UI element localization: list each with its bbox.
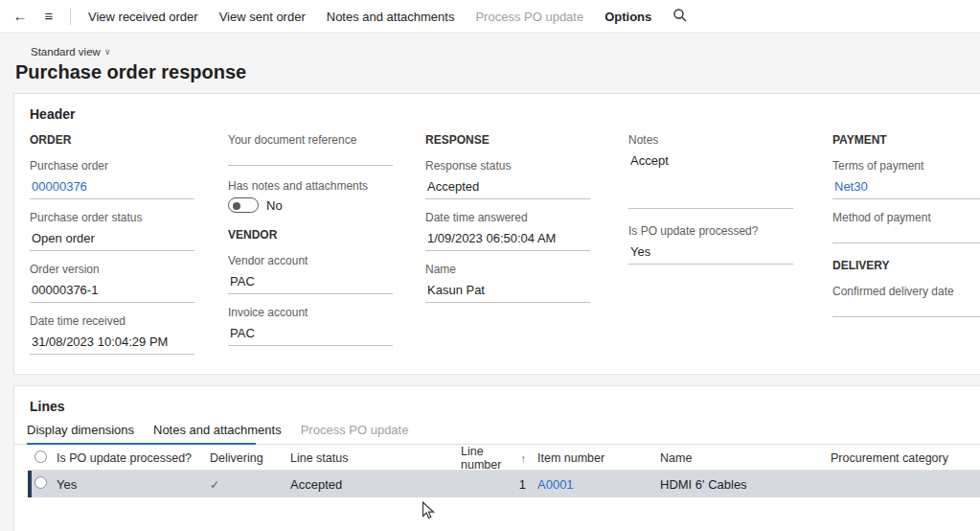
column-header-line-status[interactable]: Line status bbox=[290, 451, 461, 465]
table-row[interactable]: Yes ✓ Accepted 1 A0001 HDMI 6' Cables bbox=[28, 471, 980, 497]
delivering-check-icon: ✓ bbox=[210, 478, 219, 492]
field-value[interactable]: PAC bbox=[228, 272, 393, 294]
field-value[interactable]: 31/08/2023 10:04:29 PM bbox=[30, 333, 194, 355]
field-label: Date time answered bbox=[425, 211, 590, 224]
lines-toolbar: Display dimensions Notes and attachments… bbox=[14, 414, 980, 445]
field-label: Method of payment bbox=[832, 211, 980, 224]
field-label: Response status bbox=[425, 159, 590, 173]
lines-section: Lines Display dimensions Notes and attac… bbox=[13, 385, 980, 531]
cell-line-number: 1 bbox=[461, 477, 537, 492]
field-label: Date time received bbox=[30, 314, 194, 328]
has-notes-toggle[interactable]: No bbox=[228, 197, 283, 213]
column-header-item-number[interactable]: Item number bbox=[537, 451, 660, 465]
notes-and-attachments-button[interactable]: Notes and attachments bbox=[316, 0, 466, 33]
page-title: Purchase order response bbox=[15, 61, 980, 83]
lines-notes-and-attachments-button[interactable]: Notes and attachments bbox=[153, 423, 282, 437]
terms-of-payment-field: Terms of payment Net30 bbox=[832, 159, 980, 199]
field-label: Purchase order bbox=[30, 159, 194, 173]
grid-header-row: Is PO update processed? Delivering Line … bbox=[28, 445, 980, 471]
vendor-group-title: VENDOR bbox=[228, 228, 425, 242]
column-header-name[interactable]: Name bbox=[660, 451, 831, 465]
date-time-received-field: Date time received 31/08/2023 10:04:29 P… bbox=[30, 314, 194, 355]
field-value[interactable] bbox=[832, 229, 980, 243]
field-label: Name bbox=[425, 263, 590, 276]
field-value[interactable] bbox=[832, 303, 980, 317]
toolbar-active-underline bbox=[27, 443, 256, 445]
field-label: Purchase order status bbox=[30, 211, 194, 224]
field-label: Vendor account bbox=[228, 254, 393, 267]
column-header-procurement-category[interactable]: Procurement category bbox=[831, 451, 980, 465]
view-sent-order-button[interactable]: View sent order bbox=[209, 0, 316, 33]
column-header-delivering[interactable]: Delivering bbox=[210, 451, 290, 465]
view-selector[interactable]: Standard view ∨ bbox=[15, 46, 110, 58]
process-po-update-button: Process PO update bbox=[465, 0, 594, 33]
payment-group-title: PAYMENT bbox=[832, 133, 980, 147]
field-value[interactable]: PAC bbox=[228, 324, 393, 346]
field-label: Confirmed delivery date bbox=[832, 285, 980, 298]
lines-grid: Is PO update processed? Delivering Line … bbox=[28, 445, 980, 497]
search-icon[interactable] bbox=[666, 2, 695, 31]
field-value[interactable] bbox=[228, 151, 393, 166]
order-group-title: ORDER bbox=[30, 133, 228, 147]
notes-field: Notes Accept bbox=[628, 133, 793, 209]
lines-process-po-update-button: Process PO update bbox=[301, 423, 409, 437]
cell-item-number-link[interactable]: A0001 bbox=[537, 477, 660, 492]
display-dimensions-button[interactable]: Display dimensions bbox=[27, 423, 134, 437]
cell-po-update: Yes bbox=[57, 477, 210, 492]
method-of-payment-field: Method of payment bbox=[832, 211, 980, 243]
notes-textarea[interactable]: Accept bbox=[628, 151, 793, 209]
field-label: Invoice account bbox=[228, 306, 393, 319]
header-section-title: Header bbox=[14, 94, 980, 122]
field-value[interactable]: Kasun Pat bbox=[425, 281, 590, 303]
invoice-account-field: Invoice account PAC bbox=[228, 306, 393, 346]
reference-vendor-group: Your document reference Has notes and at… bbox=[228, 133, 425, 358]
name-field: Name Kasun Pat bbox=[425, 263, 590, 303]
purchase-order-link[interactable]: 00000376 bbox=[30, 177, 194, 199]
field-label: Is PO update processed? bbox=[628, 224, 793, 238]
order-group: ORDER Purchase order 00000376 Purchase o… bbox=[30, 133, 228, 366]
field-value[interactable]: 1/09/2023 06:50:04 AM bbox=[425, 229, 590, 251]
toggle-state-label: No bbox=[266, 198, 283, 213]
confirmed-delivery-date-field: Confirmed delivery date bbox=[832, 285, 980, 317]
column-header-line-number[interactable]: Line number ↑ bbox=[461, 445, 537, 472]
field-label: Notes bbox=[628, 133, 793, 147]
date-time-answered-field: Date time answered 1/09/2023 06:50:04 AM bbox=[425, 211, 590, 251]
field-label: Terms of payment bbox=[832, 159, 980, 173]
purchase-order-field: Purchase order 00000376 bbox=[30, 159, 194, 199]
sort-ascending-icon: ↑ bbox=[521, 452, 527, 464]
options-button[interactable]: Options bbox=[594, 0, 662, 33]
column-header-po-update[interactable]: Is PO update processed? bbox=[57, 451, 210, 465]
select-all-radio[interactable] bbox=[34, 450, 47, 463]
field-value[interactable]: Yes bbox=[628, 242, 793, 265]
header-section: Header ORDER Purchase order 00000376 Pur… bbox=[13, 93, 980, 375]
order-version-field: Order version 00000376-1 bbox=[30, 263, 194, 303]
cell-name: HDMI 6' Cables bbox=[660, 477, 831, 492]
toolbar-divider bbox=[70, 8, 71, 25]
header-fields-grid: ORDER Purchase order 00000376 Purchase o… bbox=[14, 122, 980, 366]
response-group-title: RESPONSE bbox=[425, 133, 628, 147]
cell-line-status: Accepted bbox=[290, 477, 461, 492]
delivery-group-title: DELIVERY bbox=[832, 259, 980, 272]
field-value[interactable]: 00000376-1 bbox=[30, 281, 194, 303]
back-icon[interactable]: ← bbox=[6, 2, 34, 31]
vendor-account-field: Vendor account PAC bbox=[228, 254, 393, 294]
response-group: RESPONSE Response status Accepted Date t… bbox=[425, 133, 628, 314]
terms-of-payment-link[interactable]: Net30 bbox=[832, 177, 980, 199]
mouse-cursor-icon bbox=[422, 501, 436, 523]
row-select-radio[interactable] bbox=[34, 476, 47, 489]
field-label: Your document reference bbox=[228, 133, 393, 147]
chevron-down-icon: ∨ bbox=[104, 47, 111, 57]
menu-icon[interactable]: ≡ bbox=[34, 2, 63, 31]
app-toolbar: ← ≡ View received order View sent order … bbox=[0, 0, 980, 34]
purchase-order-response-screen: ← ≡ View received order View sent order … bbox=[0, 0, 980, 531]
view-received-order-button[interactable]: View received order bbox=[78, 0, 209, 33]
payment-delivery-group: PAYMENT Terms of payment Net30 Method of… bbox=[832, 133, 980, 329]
has-notes-label: Has notes and attachments bbox=[228, 179, 425, 193]
toggle-switch-icon bbox=[228, 197, 259, 213]
notes-group: Notes Accept Is PO update processed? Yes bbox=[628, 133, 832, 276]
page-body: Standard view ∨ Purchase order response … bbox=[0, 35, 980, 531]
field-value[interactable]: Accepted bbox=[425, 177, 590, 199]
purchase-order-status-field: Purchase order status Open order bbox=[30, 211, 194, 251]
view-selector-label: Standard view bbox=[31, 46, 101, 58]
field-value[interactable]: Open order bbox=[30, 229, 194, 251]
